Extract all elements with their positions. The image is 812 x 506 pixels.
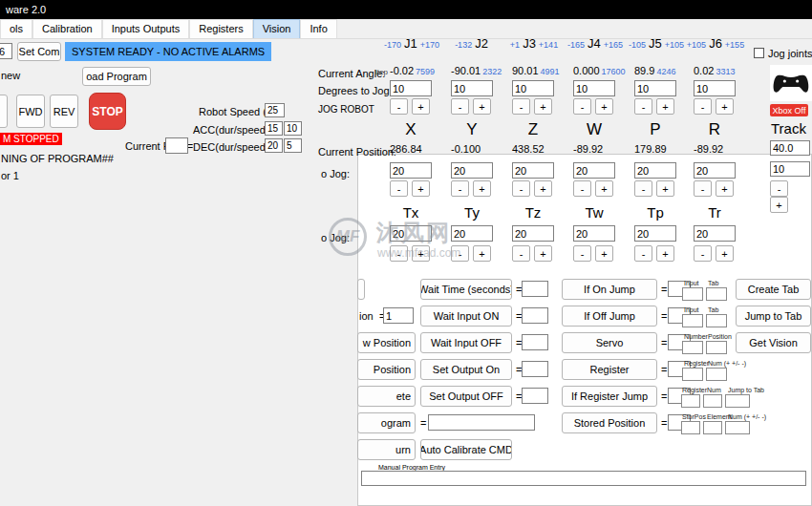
cmd-wait-input-off-input[interactable] [522,334,548,350]
mini-input-2-1[interactable] [706,341,727,354]
joint-j6-minus-button[interactable]: - [694,98,712,115]
current-row-input[interactable] [165,137,188,154]
cmd-if-off-jump-button[interactable]: If Off Jump [562,306,657,327]
tab-inputs-outputs[interactable]: Inputs Outputs [102,19,190,38]
tool-tr-jog-input[interactable] [694,225,736,242]
joint-j1-plus-button[interactable]: + [412,98,430,115]
mini-input-3-1[interactable] [706,368,727,381]
joint-j3-minus-button[interactable]: - [512,98,530,115]
joint-j4-plus-button[interactable]: + [595,98,613,115]
mini-input-3-0[interactable] [682,368,703,381]
dec-speed-input[interactable] [284,138,302,153]
joint-j5-plus-button[interactable]: + [656,98,674,115]
joint-j6-plus-button[interactable]: + [716,98,734,115]
tab-info[interactable]: Info [300,19,336,38]
tab-controls[interactable]: ols [0,19,32,38]
tab-vision[interactable]: Vision [253,19,301,38]
mini-input-1-0[interactable] [682,314,703,327]
tool-tw-minus-button[interactable]: - [573,245,591,262]
rev-button[interactable]: REV [50,95,78,128]
fwd-button[interactable]: FWD [16,95,45,128]
tool-ty-minus-button[interactable]: - [451,245,469,262]
mini-input-4-0[interactable] [681,394,700,408]
axis-r-plus-button[interactable]: + [716,180,734,197]
mini-input-2-0[interactable] [682,341,703,354]
axis-p-minus-button[interactable]: - [634,180,652,197]
cmd-servo-button[interactable]: Servo [562,332,657,353]
axis-x-minus-button[interactable]: - [390,180,408,197]
track-value-input[interactable] [770,140,810,156]
axis-w-minus-button[interactable]: - [573,180,591,197]
tool-ty-jog-input[interactable] [451,225,493,242]
cmd-left-0-blank-button[interactable] [357,279,365,300]
cmd-wait-time-seconds-button[interactable]: Wait Time (seconds) [420,279,512,300]
tool-tx-minus-button[interactable]: - [390,245,408,262]
manual-program-entry-input[interactable] [361,471,806,486]
joint-j5-degrees-input[interactable] [634,80,676,96]
tool-tx-jog-input[interactable] [390,225,432,242]
axis-r-minus-button[interactable]: - [694,180,712,197]
tab-registers[interactable]: Registers [189,19,252,38]
xbox-off-button[interactable]: Xbox Off [770,104,808,116]
jog-joints-checkbox[interactable] [754,48,764,58]
tool-tr-minus-button[interactable]: - [694,245,712,262]
cmd-wait-input-on-button[interactable]: Wait Input ON [420,306,512,327]
tool-tp-plus-button[interactable]: + [656,245,674,262]
joint-j3-degrees-input[interactable] [512,80,554,96]
axis-w-jog-input[interactable] [573,162,615,179]
acc-duration-input[interactable] [265,121,283,136]
cmd-left-3-position-button[interactable]: Position [357,359,416,380]
cmd-auto-calibrate-cmd-button[interactable]: Auto Calibrate CMD [420,439,512,460]
load-program-button[interactable]: oad Program [82,67,151,86]
joint-j1-degrees-input[interactable] [390,80,432,96]
tool-tw-plus-button[interactable]: + [595,245,613,262]
cmd-left-2-w-position-button[interactable]: w Position [357,332,416,353]
clipped-left-button[interactable] [0,95,8,128]
mini-input-5-2[interactable] [725,421,750,434]
cmd-wait-input-on-input[interactable] [522,307,548,324]
axis-p-plus-button[interactable]: + [656,180,674,197]
cmd-left-6-urn-button[interactable]: urn [357,439,416,460]
joint-j2-degrees-input[interactable] [451,80,493,96]
tool-tp-minus-button[interactable]: - [634,245,652,262]
axis-y-jog-input[interactable] [451,162,493,179]
joint-j2-minus-button[interactable]: - [451,98,469,115]
mini-input-0-0[interactable] [682,287,703,301]
track-minus-button[interactable]: - [770,180,788,197]
track-jog-input[interactable] [770,161,810,177]
robot-speed-input[interactable] [265,103,285,117]
cmd-register-button[interactable]: Register [562,359,657,380]
cmd-get-vision-button[interactable]: Get Vision [736,332,811,353]
tool-tz-jog-input[interactable] [512,225,554,242]
mini-input-1-1[interactable] [706,314,727,327]
joint-j6-degrees-input[interactable] [694,80,736,96]
stop-button[interactable]: STOP [89,93,126,130]
axis-z-minus-button[interactable]: - [512,180,530,197]
cmd-ogram-button[interactable]: ogram [357,412,416,433]
mini-input-0-1[interactable] [706,287,727,301]
joint-j3-plus-button[interactable]: + [534,98,552,115]
set-com-button[interactable]: Set Com [17,42,61,61]
tool-tz-minus-button[interactable]: - [512,245,530,262]
left-fragment-input[interactable] [383,307,414,324]
mini-input-5-0[interactable] [681,421,700,434]
tool-tp-jog-input[interactable] [634,225,676,242]
cmd-wait-input-off-button[interactable]: Wait Input OFF [420,332,512,353]
cmd-wait-time-seconds-input[interactable] [522,281,548,297]
joint-j5-minus-button[interactable]: - [634,98,652,115]
com-port-input[interactable] [0,43,12,59]
joint-j1-minus-button[interactable]: - [390,98,408,115]
axis-z-jog-input[interactable] [512,162,554,179]
tool-tw-jog-input[interactable] [573,225,615,242]
tool-tr-plus-button[interactable]: + [716,245,734,262]
cmd-set-output-on-input[interactable] [522,361,548,377]
cmd-if-on-jump-button[interactable]: If On Jump [562,279,657,300]
joint-j4-degrees-input[interactable] [573,80,615,96]
cmd-stored-position-button[interactable]: Stored Position [562,412,657,433]
cmd-if-register-jump-button[interactable]: If Register Jump [562,386,657,407]
cmd-set-output-off-button[interactable]: Set Output OFF [420,386,512,407]
mini-input-4-2[interactable] [725,394,750,408]
axis-y-plus-button[interactable]: + [473,180,491,197]
mini-input-4-1[interactable] [703,394,722,408]
joint-j4-minus-button[interactable]: - [573,98,591,115]
